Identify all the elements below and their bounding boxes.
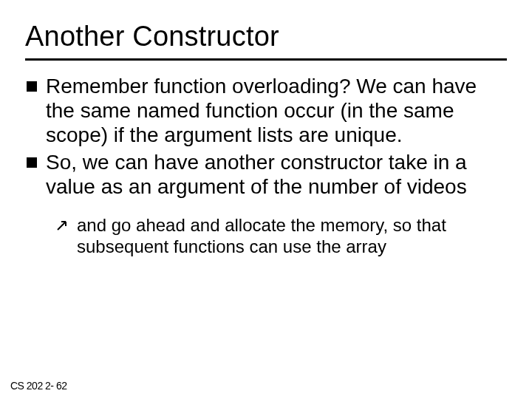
- sub-bullet-item: and go ahead and allocate the memory, so…: [56, 215, 507, 258]
- sub-bullet-text: and go ahead and allocate the memory, so…: [77, 215, 507, 258]
- square-bullet-icon: [27, 157, 37, 168]
- bullet-item: Remember function overloading? We can ha…: [27, 74, 507, 147]
- title-rule: [25, 58, 507, 61]
- bullet-item: So, we can have another constructor take…: [27, 150, 507, 199]
- body: Remember function overloading? We can ha…: [25, 74, 507, 258]
- slide-footer: CS 202 2- 62: [10, 380, 67, 392]
- square-bullet-icon: [27, 81, 37, 92]
- slide: Another Constructor Remember function ov…: [0, 0, 532, 399]
- bullet-text: So, we can have another constructor take…: [46, 150, 507, 199]
- slide-title: Another Constructor: [25, 21, 507, 58]
- bullet-text: Remember function overloading? We can ha…: [46, 74, 507, 147]
- arrow-icon: [56, 219, 69, 231]
